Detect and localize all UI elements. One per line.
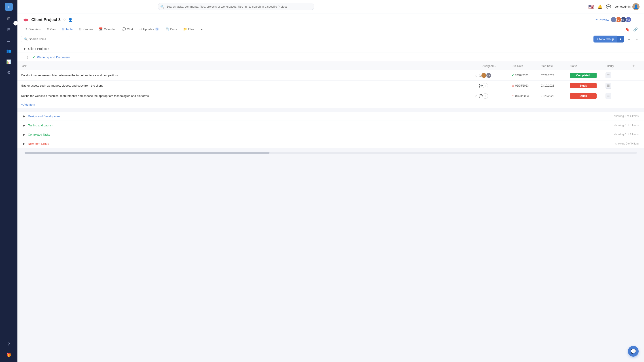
- tab-chat[interactable]: 💬 Chat: [119, 26, 136, 33]
- scrollbar-thumb[interactable]: [24, 152, 270, 154]
- more-menu-button[interactable]: ⋯: [634, 17, 639, 22]
- global-search-input[interactable]: [158, 3, 314, 10]
- task-diamond-icon[interactable]: ◇: [475, 74, 478, 77]
- tab-updates-label: Updates: [143, 28, 154, 31]
- task-priority-cell: ☰: [606, 93, 632, 99]
- project-actions-right: 👁 Preview C M +2 ⋯: [595, 17, 639, 23]
- task-diamond-icon[interactable]: ◇: [475, 94, 478, 98]
- nav-tabs: ≡ Overview ≡ Plan ⊞ Table ⊟ Kanban 📅 Cal…: [23, 26, 639, 33]
- tab-plan[interactable]: ≡ Plan: [44, 26, 58, 33]
- team-avatar-1[interactable]: [610, 17, 617, 23]
- sidebar-expand-button[interactable]: ›: [14, 21, 18, 26]
- link-icon[interactable]: 🔗: [632, 27, 639, 33]
- updates-icon: ↺: [139, 27, 142, 31]
- sidebar-item-settings[interactable]: ⚙: [4, 68, 13, 77]
- group-planning-title: Planning and Discovery: [37, 56, 70, 59]
- preview-button[interactable]: 👁 Preview: [595, 18, 609, 22]
- task-start-cell: 07/28/2023: [541, 74, 570, 77]
- group-completed[interactable]: ▶ Completed Tasks showing 0 of 3 Items: [18, 130, 644, 139]
- user-avatar[interactable]: 👤: [632, 3, 640, 10]
- sort-button[interactable]: ⌄: [634, 36, 640, 43]
- sidebar-item-home[interactable]: ⊞: [4, 14, 13, 23]
- tab-kanban[interactable]: ⊟ Kanban: [76, 26, 96, 33]
- task-comment-icon[interactable]: 💬: [479, 84, 482, 88]
- task-due-date: 07/28/2023: [515, 74, 528, 77]
- group-testing[interactable]: ▶ Testing and Launch showing 0 of 5 Item…: [18, 121, 644, 130]
- group-testing-expand-icon[interactable]: ▶: [23, 124, 25, 127]
- group-new-item[interactable]: ▶ New Item Group showing 0 of 0 Item: [18, 139, 644, 148]
- notification-icon[interactable]: 🔔: [598, 4, 602, 9]
- drag-handle[interactable]: ⠿: [21, 56, 23, 59]
- tab-docs[interactable]: 📄 Docs: [162, 26, 180, 33]
- col-start-header: Start Date: [541, 65, 570, 68]
- task-status-cell: Completed: [570, 73, 606, 78]
- table-container: 🔍 Search Items + New Group ▼ ▽ ⌄ ▼ Clien…: [18, 33, 644, 362]
- group-new-item-expand-icon[interactable]: ▶: [23, 142, 25, 145]
- client-project-collapse-icon[interactable]: ▼: [23, 47, 26, 51]
- topbar-right: 🇺🇸 🔔 💬 demo\admin 👤: [588, 3, 640, 10]
- preview-label: Preview: [599, 18, 609, 22]
- add-item-button[interactable]: + Add Item: [18, 101, 644, 108]
- sidebar-item-analytics[interactable]: 📊: [4, 57, 13, 66]
- sidebar-item-people[interactable]: 👥: [4, 47, 13, 56]
- priority-icon[interactable]: ☰: [606, 93, 611, 99]
- chat-topbar-icon[interactable]: 💬: [606, 4, 611, 9]
- new-group-button[interactable]: + New Group: [594, 36, 617, 43]
- add-column-icon[interactable]: +: [632, 64, 635, 68]
- sidebar-item-help[interactable]: ?: [4, 340, 13, 348]
- tab-table[interactable]: ⊞ Table: [59, 26, 75, 33]
- tab-calendar-label: Calendar: [104, 28, 116, 31]
- task-comment-icon[interactable]: 💬: [479, 94, 482, 98]
- status-badge[interactable]: Stuck: [570, 83, 596, 88]
- group-design-showing: showing 0 of 4 Items: [614, 115, 639, 118]
- tab-overview[interactable]: ≡ Overview: [23, 26, 43, 33]
- horizontal-scrollbar[interactable]: [24, 152, 637, 154]
- person-icon[interactable]: 👤: [68, 18, 73, 22]
- star-icon[interactable]: ☆: [63, 18, 66, 22]
- status-badge[interactable]: Completed: [570, 73, 596, 78]
- column-headers: Task Assigned... Due Date Start Date Sta…: [18, 62, 644, 70]
- bookmark-icon[interactable]: 🔖: [624, 27, 630, 33]
- group-design[interactable]: ▶ Design and Development showing 0 of 4 …: [18, 112, 644, 121]
- assign-add-icon[interactable]: +: [482, 83, 488, 88]
- priority-icon[interactable]: ☰: [606, 83, 611, 89]
- tab-calendar[interactable]: 📅 Calendar: [96, 26, 118, 33]
- group-separator: [18, 108, 644, 112]
- tab-plan-label: Plan: [50, 28, 56, 31]
- group-planning-header: ⠿ ⋮ ✔ Planning and Discovery: [18, 53, 644, 62]
- col-status-header: Status: [570, 65, 606, 68]
- col-task-header: Task: [21, 65, 482, 68]
- status-badge[interactable]: Stuck: [570, 93, 596, 99]
- calendar-icon: 📅: [99, 27, 103, 31]
- tab-updates[interactable]: ↺ Updates 9: [137, 26, 162, 33]
- sidebar-item-dashboard[interactable]: ⊟: [4, 25, 13, 34]
- new-group-dropdown-button[interactable]: ▼: [617, 36, 624, 43]
- task-due-cell: ⚠ 06/05/2023: [512, 84, 541, 87]
- search-items-label: Search Items: [29, 37, 46, 41]
- assign-add-icon[interactable]: +: [482, 93, 488, 99]
- sidebar-item-gift[interactable]: 🎁: [4, 350, 13, 359]
- language-flag[interactable]: 🇺🇸: [588, 4, 594, 10]
- topbar: 🔍 🇺🇸 🔔 💬 demo\admin 👤: [18, 0, 644, 14]
- task-name-text: Conduct market research to determine the…: [21, 74, 473, 77]
- tab-files[interactable]: 📁 Files: [180, 26, 197, 33]
- filter-button[interactable]: ▽: [626, 36, 632, 43]
- task-due-date: 06/05/2023: [515, 84, 528, 87]
- tab-kanban-label: Kanban: [83, 28, 93, 31]
- table-toolbar: 🔍 Search Items + New Group ▼ ▽ ⌄: [18, 33, 644, 45]
- tab-overview-label: Overview: [28, 28, 40, 31]
- group-completed-expand-icon[interactable]: ▶: [23, 133, 25, 136]
- chat-fab-button[interactable]: 💬: [628, 346, 639, 357]
- group-design-expand-icon[interactable]: ▶: [23, 114, 25, 118]
- sidebar-item-inbox[interactable]: ☰: [4, 36, 13, 45]
- assignee-avatar-2[interactable]: CT: [486, 73, 492, 78]
- priority-icon[interactable]: ☰: [606, 73, 611, 78]
- chat-icon: 💬: [122, 27, 126, 31]
- search-items-input[interactable]: 🔍 Search Items: [21, 36, 70, 42]
- assignee-avatar-1[interactable]: [481, 73, 486, 78]
- project-share-icon: ◀▶: [23, 17, 29, 22]
- tabs-more-button[interactable]: ⋯: [198, 27, 205, 32]
- group-options-button[interactable]: ⋮: [26, 56, 29, 59]
- table-icon: ⊞: [62, 27, 64, 31]
- app-logo[interactable]: »: [5, 3, 13, 11]
